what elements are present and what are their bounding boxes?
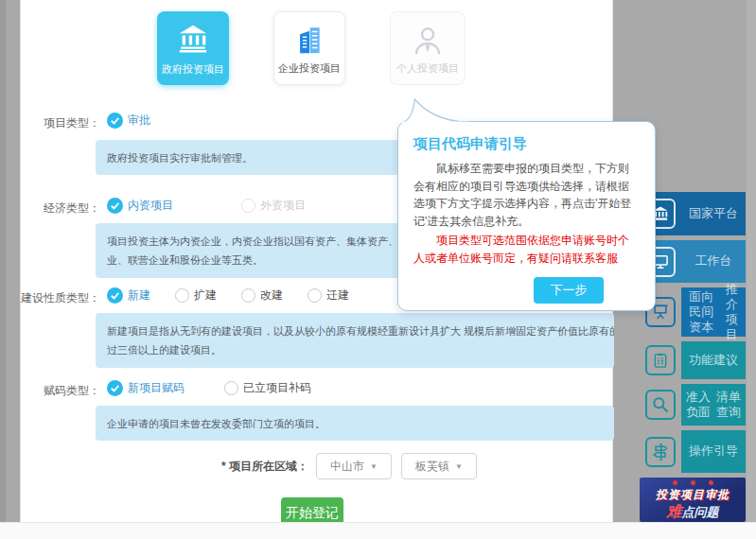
footer-strip <box>0 522 756 539</box>
check-icon <box>107 380 123 396</box>
option-xinjian[interactable]: 新建 <box>107 287 150 304</box>
coding-type-label: 赋码类型： <box>21 383 100 399</box>
popup-title: 项目代码申请引导 <box>413 135 640 153</box>
check-icon <box>107 198 123 214</box>
sidebar-item-label: 面向民间资本推介项目 <box>681 287 746 337</box>
city-select[interactable]: 中山市 ▼ <box>316 453 392 479</box>
check-icon <box>107 287 123 304</box>
option-kuojian[interactable]: 扩建 <box>175 287 217 304</box>
project-type-options: 审批 <box>107 113 150 129</box>
card-label: 个人投资项目 <box>396 61 459 76</box>
sidebar-item-negative-list-query[interactable]: 准入负面清单查询 <box>640 384 746 426</box>
buildings-icon <box>293 24 325 60</box>
signpost-icon <box>640 430 681 473</box>
banner-dots <box>640 480 746 485</box>
option-shenpi[interactable]: 审批 <box>107 113 150 129</box>
banner-line2: 难点问题 <box>640 502 746 522</box>
card-personal-investment[interactable]: 个人投资项目 <box>390 11 466 85</box>
radio-icon <box>241 199 255 213</box>
card-government-investment[interactable]: 政府投资项目 <box>157 11 229 85</box>
construction-type-label: 建设性质类型： <box>21 290 100 306</box>
clipboard-icon <box>640 341 681 379</box>
card-label: 企业投资项目 <box>278 61 341 76</box>
sidebar-item-label: 工作台 <box>681 240 746 283</box>
person-icon <box>411 24 445 61</box>
sidebar-item-operation-guide[interactable]: 操作引导 <box>640 430 746 473</box>
radio-icon <box>308 288 322 303</box>
banner-line1: 投资项目审批 <box>640 487 746 503</box>
option-waizi[interactable]: 外资项目 <box>241 198 306 214</box>
sidebar-item-feature-suggestion[interactable]: 功能建议 <box>640 341 746 379</box>
page-scrollbar[interactable] <box>0 0 6 522</box>
page: 政府投资项目 企业投资项目 个人投资项目 <box>0 0 756 539</box>
radio-icon <box>241 288 255 303</box>
next-step-button[interactable]: 下一步 <box>534 277 604 304</box>
guide-popup: 项目代码申请引导 鼠标移至需要申报的项目类型，下方则会有相应的项目引导选项供给选… <box>397 121 656 311</box>
region-label: * 项目所在区域： <box>221 459 308 475</box>
chevron-down-icon: ▼ <box>455 462 463 471</box>
right-edge-strip <box>747 0 756 522</box>
option-gaijian[interactable]: 改建 <box>241 287 283 304</box>
card-label: 政府投资项目 <box>162 62 224 77</box>
town-select[interactable]: 板芙镇 ▼ <box>401 453 477 479</box>
popup-warning: 项目类型可选范围依据您申请账号时个人或者单位账号而定，有疑问请联系客服 <box>413 232 640 267</box>
coding-type-info: 企业申请的项目未曾在发改委部门立项的项目。 <box>96 406 614 441</box>
radio-icon <box>224 381 238 395</box>
promo-banner[interactable]: 投资项目审批 难点问题 <box>640 478 746 522</box>
popup-tail <box>400 97 468 123</box>
option-neizi[interactable]: 内资项目 <box>107 198 173 214</box>
card-enterprise-investment[interactable]: 企业投资项目 <box>273 11 345 85</box>
chevron-down-icon: ▼ <box>370 462 378 471</box>
option-qianjian[interactable]: 迁建 <box>308 287 349 304</box>
sidebar-item-label: 功能建议 <box>681 341 746 379</box>
option-existing-project-code[interactable]: 已立项目补码 <box>224 380 311 396</box>
check-icon <box>107 113 123 129</box>
sidebar-item-label: 操作引导 <box>681 430 746 473</box>
option-new-project-code[interactable]: 新项目赋码 <box>107 380 185 396</box>
search-icon <box>640 384 681 426</box>
bank-icon <box>176 23 210 59</box>
economy-type-options: 内资项目 外资项目 <box>107 198 306 214</box>
radio-icon <box>175 288 189 303</box>
coding-type-options: 新项目赋码 已立项目补码 <box>107 380 311 396</box>
sidebar-item-label: 准入负面清单查询 <box>681 384 746 426</box>
sidebar-item-label: 国家平台 <box>681 192 746 235</box>
popup-body: 鼠标移至需要申报的项目类型，下方则会有相应的项目引导选项供给选择，请根据选项下方… <box>413 160 640 230</box>
region-row: * 项目所在区域： 中山市 ▼ 板芙镇 ▼ <box>221 453 486 479</box>
construction-type-info: 新建项目是指从无到有的建设项目，以及从较小的原有规模经重新设计具扩大 规模后新增… <box>96 313 614 368</box>
project-type-label: 项目类型： <box>21 115 100 131</box>
economy-type-label: 经济类型： <box>21 200 100 217</box>
construction-type-options: 新建 扩建 改建 迁建 <box>107 287 349 304</box>
